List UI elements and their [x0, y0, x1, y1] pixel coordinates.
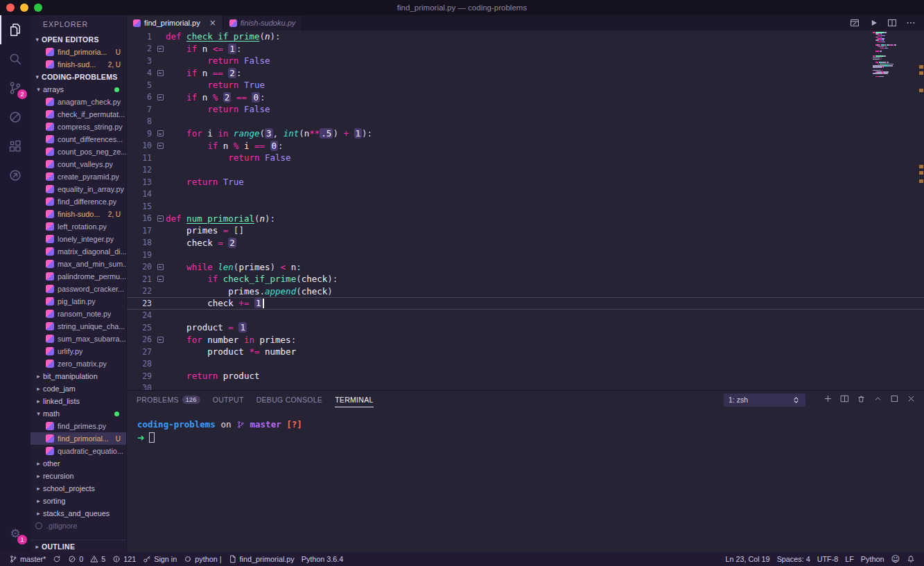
status-errors[interactable]: 0 [64, 552, 87, 566]
line-number[interactable]: 22 [127, 286, 155, 296]
code-line-1[interactable]: 1def check_if_prime(n): [127, 30, 924, 43]
file-item[interactable]: find_primes.py [30, 420, 126, 432]
close-tab-icon[interactable]: × [209, 18, 216, 28]
fold-indicator[interactable] [155, 143, 166, 149]
tab-find-primorial-py[interactable]: find_primorial.py× [127, 15, 223, 30]
file-item[interactable]: count_differences... [30, 133, 126, 145]
line-number[interactable]: 7 [127, 105, 155, 114]
file-item[interactable]: finish-sudo...2, U [30, 208, 126, 220]
line-number[interactable]: 25 [127, 323, 155, 333]
panel-tab-terminal[interactable]: TERMINAL [335, 391, 374, 409]
code-line-4[interactable]: 4 if n == 2: [127, 67, 924, 80]
line-number[interactable]: 11 [127, 153, 155, 163]
open-editor-item[interactable]: find_primoria...U [30, 46, 126, 58]
file-item[interactable]: find_primorial...U [30, 432, 126, 445]
file-item[interactable]: left_rotation.py [30, 220, 126, 233]
code-line-8[interactable]: 8 [127, 116, 924, 128]
minimap[interactable] [873, 32, 916, 79]
folder-item[interactable]: ▸school_projects [30, 482, 126, 495]
overview-ruler[interactable] [918, 30, 924, 390]
code-line-25[interactable]: 25 product = 1 [127, 321, 924, 334]
status-warnings[interactable]: 5 [87, 552, 109, 566]
line-number[interactable]: 27 [127, 347, 155, 357]
line-number[interactable]: 26 [127, 335, 155, 344]
line-number[interactable]: 24 [127, 310, 155, 320]
folder-item[interactable]: ▸sorting [30, 495, 126, 507]
line-number[interactable]: 19 [127, 250, 155, 260]
code-line-13[interactable]: 13 return True [127, 176, 924, 188]
code-line-7[interactable]: 7 return False [127, 103, 924, 116]
fold-indicator[interactable] [155, 130, 166, 136]
minimize-window-button[interactable] [20, 3, 28, 12]
file-item[interactable]: count_valleys.py [30, 158, 126, 170]
status-python-env[interactable]: python | [180, 552, 225, 566]
file-item[interactable]: quadratic_equatio... [30, 445, 126, 457]
file-item[interactable]: zero_matrix.py [30, 357, 126, 370]
status-current-file[interactable]: find_primorial.py [225, 552, 298, 566]
status-sign-in[interactable]: Sign in [139, 552, 180, 566]
activity-bar-source-control[interactable]: 2 [0, 73, 30, 103]
outline-header[interactable]: ▸ OUTLINE [30, 540, 126, 552]
status-python-version[interactable]: Python 3.6.4 [298, 552, 347, 566]
status-indentation[interactable]: Spaces: 4 [774, 552, 814, 566]
file-item[interactable]: check_if_permutat... [30, 108, 126, 121]
folder-item[interactable]: ▾math [30, 407, 126, 420]
activity-bar-extensions[interactable] [0, 132, 30, 161]
code-line-14[interactable]: 14 [127, 188, 924, 201]
folder-item[interactable]: ▸recursion [30, 470, 126, 482]
folder-item[interactable]: ▸bit_manipulation [30, 370, 126, 382]
close-window-button[interactable] [6, 3, 15, 12]
panel-action-restore-panel[interactable] [890, 394, 899, 403]
line-number[interactable]: 18 [127, 238, 155, 247]
code-line-17[interactable]: 17 primes = [] [127, 224, 924, 237]
line-number[interactable]: 28 [127, 359, 155, 369]
line-number[interactable]: 23 [127, 299, 155, 308]
file-item[interactable]: equality_in_array.py [30, 183, 126, 195]
code-line-29[interactable]: 29 return product [127, 370, 924, 382]
code-line-9[interactable]: 9 for i in range(3, int(n**.5) + 1): [127, 127, 924, 140]
editor-action-split-editor[interactable] [887, 18, 897, 28]
activity-bar-debug[interactable] [0, 103, 30, 132]
activity-bar-settings[interactable]: ⚙1 [0, 519, 30, 548]
line-number[interactable]: 9 [127, 129, 155, 139]
folder-item[interactable]: ▸stacks_and_queues [30, 507, 126, 520]
code-line-16[interactable]: 16def num_primorial(n): [127, 213, 924, 225]
line-number[interactable]: 15 [127, 202, 155, 211]
line-number[interactable]: 20 [127, 262, 155, 272]
workspace-header[interactable]: ▾ CODING-PROBLEMS [30, 71, 126, 83]
file-item[interactable]: string_unique_cha... [30, 320, 126, 333]
status-language-mode[interactable]: Python [857, 552, 888, 566]
code-line-11[interactable]: 11 return False [127, 152, 924, 164]
panel-action-close-panel[interactable] [907, 394, 916, 403]
line-number[interactable]: 16 [127, 213, 155, 223]
code-line-22[interactable]: 22 primes.append(check) [127, 285, 924, 298]
code-line-15[interactable]: 15 [127, 200, 924, 213]
file-item[interactable]: sum_max_subarra... [30, 333, 126, 345]
folder-item[interactable]: ▸code_jam [30, 382, 126, 395]
file-item[interactable]: urlify.py [30, 345, 126, 357]
panel-tab-problems[interactable]: PROBLEMS126 [137, 391, 200, 409]
line-number[interactable]: 12 [127, 165, 155, 175]
activity-bar-live-share[interactable] [0, 161, 30, 190]
folder-item[interactable]: ▾arrays [30, 83, 126, 96]
code-line-28[interactable]: 28 [127, 358, 924, 371]
file-item[interactable]: password_cracker... [30, 283, 126, 295]
activity-bar-search[interactable] [0, 44, 30, 73]
line-number[interactable]: 29 [127, 371, 155, 381]
terminal-content[interactable]: coding-problems on master [?] ➜ [127, 409, 924, 552]
tab-finish-sudoku-py[interactable]: finish-sudoku.py [223, 15, 303, 30]
file-item[interactable]: count_pos_neg_ze... [30, 145, 126, 158]
line-number[interactable]: 21 [127, 274, 155, 284]
panel-tab-debug-console[interactable]: DEBUG CONSOLE [256, 391, 323, 409]
status-infos[interactable]: 121 [109, 552, 139, 566]
file-item[interactable]: find_difference.py [30, 195, 126, 208]
fold-indicator[interactable] [155, 70, 166, 76]
line-number[interactable]: 5 [127, 80, 155, 90]
line-number[interactable]: 8 [127, 116, 155, 126]
line-number[interactable]: 6 [127, 92, 155, 102]
file-item[interactable]: lonely_integer.py [30, 233, 126, 245]
editor-action-more-actions[interactable] [906, 18, 916, 28]
file-item[interactable]: matrix_diagonal_di... [30, 245, 126, 258]
open-editor-item[interactable]: finish-sud...2, U [30, 58, 126, 71]
line-number[interactable]: 10 [127, 141, 155, 150]
